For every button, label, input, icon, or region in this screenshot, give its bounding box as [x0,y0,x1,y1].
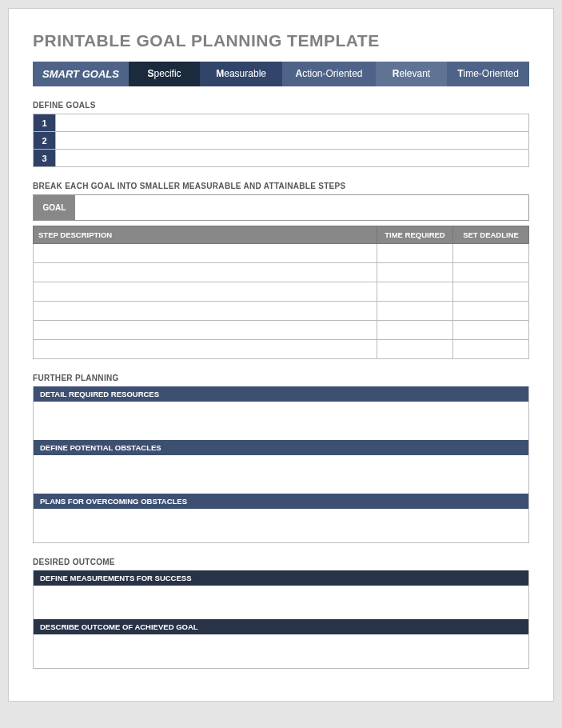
step-row [34,340,529,359]
goal-input-1[interactable] [56,114,529,132]
steps-table: STEP DESCRIPTION TIME REQUIRED SET DEADL… [33,226,529,359]
goal-input-2[interactable] [56,132,529,150]
measure-input[interactable] [34,586,528,619]
smart-time: Time-Oriented [447,62,529,86]
goal-value-input[interactable] [75,195,528,220]
step-deadline[interactable] [453,263,529,282]
goal-header: GOAL [33,194,529,221]
step-time[interactable] [377,263,453,282]
section-break-down: BREAK EACH GOAL INTO SMALLER MEASURABLE … [33,182,529,190]
step-deadline[interactable] [453,340,529,359]
describe-header: DESCRIBE OUTCOME OF ACHIEVED GOAL [34,619,528,634]
smart-specific: Specific [129,62,200,86]
further-planning-container: DETAIL REQUIRED RESOURCES DEFINE POTENTI… [33,386,529,543]
smart-goals-bar: SMART GOALS Specific Measurable Action-O… [33,62,529,86]
goal-number-1: 1 [34,114,56,132]
step-deadline[interactable] [453,302,529,321]
goal-number-3: 3 [34,150,56,167]
goal-input-3[interactable] [56,150,529,167]
step-desc[interactable] [34,263,377,282]
section-desired-outcome: DESIRED OUTCOME [33,558,529,566]
obstacles-input[interactable] [34,455,528,494]
step-time[interactable] [377,340,453,359]
measure-header: DEFINE MEASUREMENTS FOR SUCCESS [34,570,528,586]
step-time[interactable] [377,302,453,321]
col-set-deadline: SET DEADLINE [453,226,529,244]
obstacles-header: DEFINE POTENTIAL OBSTACLES [34,440,528,455]
step-desc[interactable] [34,282,377,302]
step-deadline[interactable] [453,282,529,302]
step-row [34,263,529,282]
step-deadline[interactable] [453,244,529,263]
col-time-required: TIME REQUIRED [377,226,453,244]
goals-table: 1 2 3 [33,114,529,167]
smart-relevant: Relevant [376,62,447,86]
smart-goals-label: SMART GOALS [33,62,129,86]
step-row [34,302,529,321]
step-time[interactable] [377,244,453,263]
step-desc[interactable] [34,340,377,359]
step-row [34,282,529,302]
goal-row-2: 2 [34,132,529,150]
step-row [34,321,529,340]
step-desc[interactable] [34,321,377,340]
section-define-goals: DEFINE GOALS [33,101,529,110]
goal-row-3: 3 [34,150,529,167]
goal-planning-template: PRINTABLE GOAL PLANNING TEMPLATE SMART G… [8,8,554,702]
resources-input[interactable] [34,402,528,440]
resources-header: DETAIL REQUIRED RESOURCES [34,386,528,402]
describe-input[interactable] [34,634,528,668]
goal-label: GOAL [34,195,75,220]
desired-outcome-container: DEFINE MEASUREMENTS FOR SUCCESS DESCRIBE… [33,570,529,669]
step-time[interactable] [377,282,453,302]
goal-number-2: 2 [34,132,56,150]
smart-action: Action-Oriented [282,62,376,86]
overcome-input[interactable] [34,509,528,542]
section-further-planning: FURTHER PLANNING [33,374,529,382]
col-step-description: STEP DESCRIPTION [34,226,377,244]
step-desc[interactable] [34,244,377,263]
goal-row-1: 1 [34,114,529,132]
step-row [34,244,529,263]
step-time[interactable] [377,321,453,340]
smart-measurable: Measurable [200,62,282,86]
step-deadline[interactable] [453,321,529,340]
overcome-header: PLANS FOR OVERCOMING OBSTACLES [34,494,528,509]
page-title: PRINTABLE GOAL PLANNING TEMPLATE [33,31,529,50]
step-desc[interactable] [34,302,377,321]
